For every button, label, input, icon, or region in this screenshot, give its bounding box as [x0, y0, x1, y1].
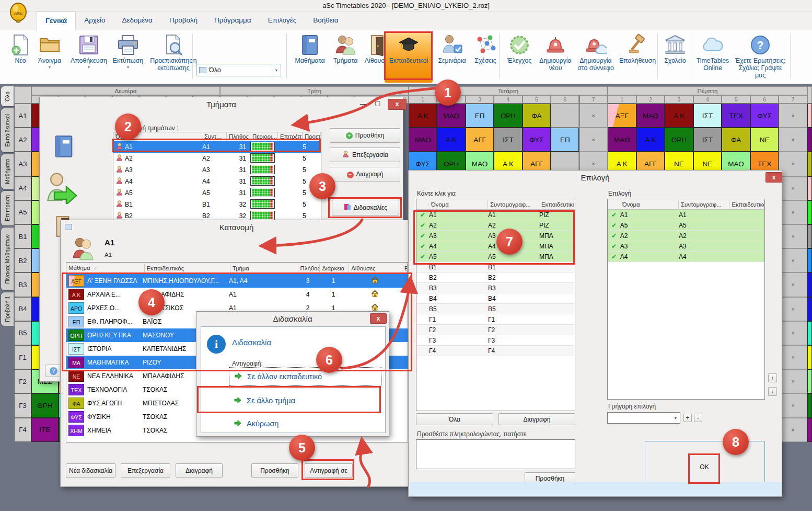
cell-Πέμπτη-A1-7[interactable]: ×	[779, 104, 807, 128]
class-row-A2[interactable]: A2A2315	[113, 153, 321, 164]
ribbon-button-open-folder[interactable]: Άνοιγμα▼	[32, 32, 67, 83]
ribbon-button-save[interactable]: Αποθήκευση▼	[67, 32, 111, 83]
quick-select-dropdown[interactable]: ▼	[607, 412, 680, 424]
view-tab-5[interactable]: Πίνακας Μαθημάτων	[1, 227, 14, 291]
selection-row-B5[interactable]: B5B5	[416, 304, 575, 314]
move-down-button[interactable]: ↓	[768, 387, 777, 396]
chevron-down-icon[interactable]: ▼	[32, 65, 67, 69]
selection-row-B4[interactable]: B4B4	[416, 293, 575, 304]
cell-Πέμπτη-A3-7[interactable]: ×	[779, 152, 807, 176]
cell-Πέμπτη-Γ4-7[interactable]: ×	[779, 418, 807, 442]
ribbon-button-seminars[interactable]: Σεμινάρια	[434, 32, 470, 83]
view-selector[interactable]: Όλο ▼	[196, 64, 281, 76]
class-row-A4[interactable]: A4A4315	[113, 176, 321, 187]
chevron-down-icon[interactable]: ▼	[67, 65, 111, 69]
cell-next-day-A4[interactable]	[807, 176, 812, 200]
cell-Τετάρτη-A2-5[interactable]: ΦΥΣ	[523, 128, 551, 152]
cell-Τετάρτη-A1-1[interactable]: Α Κ	[409, 104, 437, 128]
cell-Πέμπτη-A1-1[interactable]: ΑΞΓ	[608, 104, 636, 128]
move-up-button[interactable]: ↑	[768, 373, 777, 382]
cell-Τετάρτη-A2-6[interactable]: ΕΠ	[551, 128, 579, 152]
cell-next-day-Γ2[interactable]	[807, 369, 812, 393]
help-button[interactable]: ?	[45, 365, 62, 377]
view-tab-4[interactable]: Επιτήρηση	[1, 190, 14, 226]
cell-Τετάρτη-A1-5[interactable]: ΦΑ	[523, 104, 551, 128]
selection-row-Γ2[interactable]: Γ2Γ2	[416, 325, 575, 335]
cell-next-day-B1[interactable]	[807, 224, 812, 248]
cell-Πέμπτη-A5-7[interactable]: ×	[779, 200, 807, 224]
cell-Τετάρτη-A1-3[interactable]: ΕΠ	[466, 104, 494, 128]
ribbon-button-check[interactable]: Έλεγχος	[503, 32, 536, 83]
selection-row-A2[interactable]: ✔A2A2	[608, 231, 764, 241]
selection-row-Γ4[interactable]: Γ4Γ4	[416, 346, 575, 356]
ribbon-button-verify[interactable]: Επαλήθευση	[617, 32, 658, 83]
view-tab-1[interactable]: Όλο	[1, 86, 14, 107]
transfer-icon[interactable]	[44, 171, 82, 206]
selection-row-B3[interactable]: B3B3	[416, 283, 575, 293]
cell-Τετάρτη-A1-7[interactable]: ×	[579, 104, 608, 128]
cell-Πέμπτη-A2-6[interactable]: ΝΕ	[750, 128, 779, 152]
cell-Πέμπτη-A2-7[interactable]: ×	[779, 128, 807, 152]
cell-next-day-B3[interactable]	[807, 272, 812, 297]
menu-tab-3[interactable]: Δεδομένα	[113, 12, 160, 30]
add-input[interactable]	[416, 439, 575, 469]
cell-next-day-B5[interactable]	[807, 321, 812, 345]
maximize-icon[interactable]: ▢	[373, 99, 382, 107]
cell-Πέμπτη-Γ3-7[interactable]: ×	[779, 393, 807, 417]
cell-next-day-A3[interactable]	[807, 152, 812, 176]
cancel-option[interactable]: Ακύρωση	[229, 414, 381, 433]
ribbon-button-new-document[interactable]: Νέο	[8, 32, 32, 83]
cell-Πέμπτη-B2-7[interactable]: ×	[779, 248, 807, 272]
close-icon[interactable]: x	[765, 172, 782, 183]
cell-Τετάρτη-A2-7[interactable]: ×	[579, 128, 608, 152]
cell-next-day-B2[interactable]	[807, 248, 812, 272]
cell-Πέμπτη-A1-2[interactable]: ΜΑΘ	[636, 104, 665, 128]
cell-Πέμπτη-A2-2[interactable]: Α Κ	[636, 128, 665, 152]
ribbon-button-cloud[interactable]: TimeTables Online	[693, 32, 733, 83]
cell-Τετάρτη-A1-6[interactable]	[551, 104, 579, 128]
cell-Πέμπτη-A2-4[interactable]: ΙΣΤ	[693, 128, 722, 152]
all-button[interactable]: Όλα	[416, 413, 493, 425]
view-tab-3[interactable]: Μαθήματα	[1, 154, 14, 189]
cell-Πέμπτη-B5-7[interactable]: ×	[779, 321, 807, 345]
cell-Πέμπτη-A1-6[interactable]: ΦΥΣ	[750, 104, 779, 128]
cell-Πέμπτη-A1-5[interactable]: ΤΕΧ	[722, 104, 750, 128]
cell-Πέμπτη-A1-4[interactable]: ΙΣΤ	[693, 104, 722, 128]
cell-next-day-Γ3[interactable]	[807, 393, 812, 417]
class-row-B1[interactable]: B1B1325	[113, 199, 321, 210]
edit-lesson-button[interactable]: Επεξεργασία	[121, 463, 170, 478]
cell-Τετάρτη-A2-2[interactable]: Α Κ	[437, 128, 465, 152]
cell-next-day-Γ4[interactable]	[807, 418, 812, 442]
class-row-A5[interactable]: A5A5315	[113, 187, 321, 199]
minimize-icon[interactable]: —	[358, 100, 368, 108]
cell-Πέμπτη-A1-3[interactable]: Α Κ	[665, 104, 693, 128]
cell-Τετάρτη-A2-3[interactable]: ΑΓΓ	[466, 128, 494, 152]
selected-classes-list[interactable]: ΌνομαΣυντομογραφ...Εκπαιδευτικός✔A1A1✔A5…	[607, 199, 765, 400]
cell-next-day-Γ1[interactable]	[807, 345, 812, 369]
cell-next-day-B4[interactable]	[807, 297, 812, 321]
delete-button[interactable]: Διαγραφή	[498, 413, 575, 425]
cell-Πέμπτη-B3-7[interactable]: ×	[779, 272, 807, 297]
cell-Τετάρτη-A2-4[interactable]: ΙΣΤ	[494, 128, 522, 152]
ribbon-button-subjects[interactable]: Μαθήματα	[291, 32, 329, 83]
delete-class-button[interactable]: −Διαγραφή	[330, 167, 400, 181]
menu-tab-5[interactable]: Πρόγραμμα	[206, 12, 260, 30]
ribbon-button-school[interactable]: Σχολείο	[659, 32, 691, 83]
selection-row-Γ1[interactable]: Γ1Γ1	[416, 314, 575, 325]
view-tab-6[interactable]: Προβολή 1	[1, 292, 14, 326]
cell-next-day-A5[interactable]	[807, 200, 812, 224]
edit-class-button[interactable]: Επεξεργασία	[330, 147, 400, 162]
ribbon-button-question[interactable]: ?Έχετε Ερωτήσεις; Σχόλια; Γράψτε μας	[733, 32, 788, 83]
menu-tab-4[interactable]: Προβολή	[161, 12, 206, 30]
menu-tab-2[interactable]: Αρχείο	[76, 12, 113, 30]
cell-Πέμπτη-A2-3[interactable]: ΘΡΗ	[665, 128, 693, 152]
cell-Δευτέρα-Γ4-1[interactable]: ΙΤΕ	[31, 418, 59, 442]
ribbon-button-generate[interactable]: Δημιουργία νέου	[536, 32, 575, 83]
cell-Δευτέρα-Γ3-1[interactable]: ΘΡΗ	[31, 393, 59, 417]
chevron-down-icon[interactable]: ▼	[111, 65, 145, 69]
selection-row-A1[interactable]: ✔A1A1	[608, 210, 764, 220]
ribbon-button-classes[interactable]: Τμήματα	[329, 32, 362, 83]
cell-Πέμπτη-Γ2-7[interactable]: ×	[779, 369, 807, 393]
class-row-A3[interactable]: A3A3315	[113, 164, 321, 176]
new-lesson-button[interactable]: Νέα διδασκαλία	[66, 463, 115, 478]
